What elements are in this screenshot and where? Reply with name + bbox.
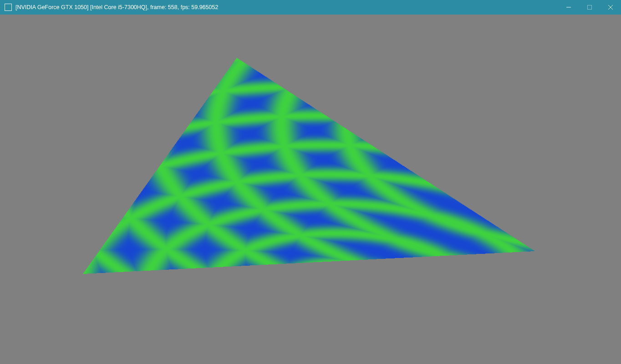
render-canvas <box>0 15 621 364</box>
close-icon <box>608 5 613 10</box>
minimize-button[interactable] <box>558 0 579 15</box>
close-button[interactable] <box>600 0 621 15</box>
maximize-button <box>579 0 600 15</box>
render-viewport[interactable] <box>0 15 621 364</box>
app-window-icon <box>5 4 12 11</box>
app-window: [NVIDIA GeForce GTX 1050] [Intel Core i5… <box>0 0 621 364</box>
svg-rect-0 <box>588 5 592 10</box>
maximize-icon <box>587 5 592 10</box>
titlebar[interactable]: [NVIDIA GeForce GTX 1050] [Intel Core i5… <box>0 0 621 15</box>
minimize-icon <box>566 5 571 10</box>
window-title: [NVIDIA GeForce GTX 1050] [Intel Core i5… <box>15 0 218 15</box>
